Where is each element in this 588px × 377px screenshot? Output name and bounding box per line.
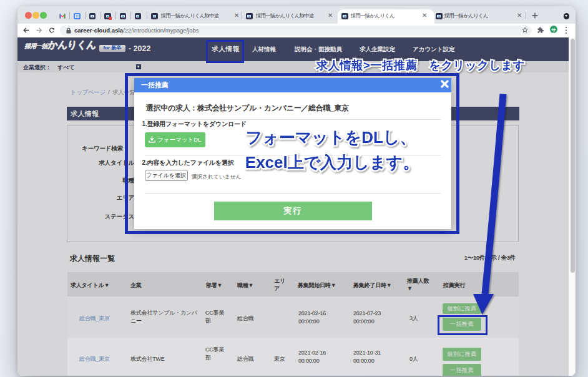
svg-text:サ: サ	[551, 27, 556, 33]
svg-text:求人情報>一括推薦 をクリックします: 求人情報>一括推薦 をクリックします	[316, 59, 525, 72]
svg-text:Excel上で入力します。: Excel上で入力します。	[245, 153, 419, 172]
svg-text:フォーマットをDLし、: フォーマットをDLし、	[246, 128, 416, 147]
